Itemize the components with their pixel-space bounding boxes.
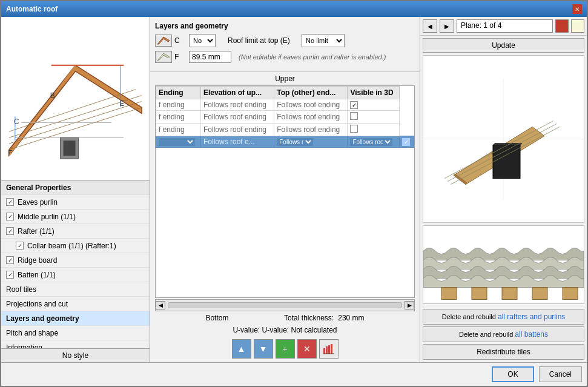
cell-ending: f ending bbox=[156, 111, 201, 124]
ridge-board-checkbox[interactable] bbox=[6, 256, 14, 264]
tree-item-middle-purlin[interactable]: Middle purlin (1/1) bbox=[1, 210, 150, 224]
prev-plane-button[interactable]: ◀ bbox=[423, 19, 437, 33]
f-value-input[interactable] bbox=[189, 51, 231, 63]
svg-rect-36 bbox=[441, 288, 457, 300]
cell-ending: f ending bbox=[156, 99, 201, 111]
table-row[interactable]: f ending Follows roof ending Follows roo… bbox=[156, 99, 414, 111]
color-swatch[interactable] bbox=[555, 19, 569, 33]
tree-item-eaves-purlin[interactable]: Eaves purlin bbox=[1, 195, 150, 210]
f-layer-icon bbox=[155, 51, 172, 63]
collar-beam-checkbox[interactable] bbox=[16, 242, 24, 250]
roof-diagram: B E C F bbox=[1, 17, 150, 180]
scroll-left-btn[interactable]: ◀ bbox=[156, 301, 165, 309]
roof-limit-label: Roof limit at top (E) bbox=[228, 36, 290, 45]
cell-ending: f ending bbox=[156, 124, 201, 136]
move-down-button[interactable]: ▼ bbox=[254, 339, 273, 359]
right-action-buttons: Delete and rebuild all rafters and purli… bbox=[420, 306, 587, 362]
upper-label: Upper bbox=[155, 72, 415, 85]
preview-3d-svg bbox=[423, 56, 584, 222]
svg-rect-40 bbox=[563, 288, 578, 300]
chart-button[interactable] bbox=[319, 339, 339, 359]
move-up-button[interactable]: ▲ bbox=[232, 339, 251, 359]
delete-rebuild-rafters-button[interactable]: Delete and rebuild all rafters and purli… bbox=[423, 309, 584, 325]
cancel-button[interactable]: Cancel bbox=[539, 366, 582, 382]
tree-item-batten[interactable]: Batten (1/1) bbox=[1, 268, 150, 282]
cell-ending-dropdown[interactable] bbox=[156, 136, 201, 148]
col-top-end: Top (other) end... bbox=[274, 87, 348, 99]
layers-table: Ending Elevation of up... Top (other) en… bbox=[156, 86, 414, 148]
total-thickness-label: Total thickness: bbox=[284, 314, 334, 322]
layers-table-container[interactable]: Ending Elevation of up... Top (other) en… bbox=[155, 85, 415, 298]
bottom-label: Bottom bbox=[205, 314, 228, 322]
tree-item-rafter[interactable]: Rafter (1/1) bbox=[1, 224, 150, 239]
visible-checkbox[interactable] bbox=[350, 125, 358, 133]
cell-follows-r: Follows r... bbox=[274, 136, 348, 148]
col-visible: Visible in 3D bbox=[348, 87, 400, 99]
scroll-right-btn[interactable]: ▶ bbox=[405, 301, 414, 309]
visible-checkbox-selected[interactable] bbox=[402, 138, 410, 146]
tree-general-properties: General Properties bbox=[1, 180, 150, 195]
tree-item-ridge-board[interactable]: Ridge board bbox=[1, 253, 150, 268]
ok-button[interactable]: OK bbox=[492, 366, 533, 382]
all-battens-link: all battens bbox=[515, 330, 548, 339]
cell-top-other: Follows roof e... bbox=[348, 136, 400, 148]
preview-tiles bbox=[423, 225, 584, 304]
main-window: Automatic roof ✕ bbox=[0, 0, 588, 387]
f-row: F (Not editable if eaves purlin and raft… bbox=[155, 51, 415, 63]
ending-dropdown[interactable] bbox=[159, 138, 195, 146]
tree-item-roof-tiles[interactable]: Roof tiles bbox=[1, 282, 150, 297]
cell-visible bbox=[348, 111, 400, 124]
title-bar: Automatic roof ✕ bbox=[1, 1, 587, 17]
c-label: C bbox=[174, 36, 187, 45]
col-ending: Ending bbox=[156, 87, 201, 99]
svg-text:E: E bbox=[119, 99, 124, 108]
layer-swatch[interactable] bbox=[571, 19, 584, 33]
svg-text:B: B bbox=[50, 92, 55, 101]
toolbar-buttons: ▲ ▼ + ✕ bbox=[155, 336, 415, 362]
table-row[interactable]: f ending Follows roof ending Follows roo… bbox=[156, 111, 414, 124]
uvalue-line: U-value: U-value: Not calculated bbox=[155, 325, 415, 336]
tree-item-information[interactable]: Information bbox=[1, 340, 150, 348]
visible-checkbox[interactable] bbox=[350, 101, 358, 109]
table-row-selected[interactable]: Follows roof e... Follows r... Follows r… bbox=[156, 136, 414, 148]
cell-top-end: Follows roof ending bbox=[274, 111, 348, 124]
center-panel: Layers and geometry C No Yes Roof limit … bbox=[150, 17, 420, 362]
cell-elevation-selected: Follows roof e... bbox=[200, 136, 274, 148]
svg-rect-22 bbox=[328, 345, 330, 354]
svg-rect-20 bbox=[323, 348, 325, 354]
tree-item-pitch-shape[interactable]: Pitch and shape bbox=[1, 326, 150, 340]
visible-checkbox[interactable] bbox=[350, 112, 358, 120]
top-other-dropdown[interactable]: Follows roof e... bbox=[350, 138, 392, 146]
tree-item-layers-geometry[interactable]: Layers and geometry bbox=[1, 311, 150, 326]
follows-r-dropdown[interactable]: Follows r... bbox=[277, 138, 313, 146]
roof-limit-select[interactable]: No limit With limit bbox=[302, 34, 345, 47]
preview-3d bbox=[423, 55, 584, 223]
diagram-area: B E C F bbox=[1, 17, 150, 180]
c-select[interactable]: No Yes bbox=[189, 34, 216, 47]
batten-checkbox[interactable] bbox=[6, 271, 14, 279]
redistribute-tiles-button[interactable]: Redistribute tiles bbox=[423, 344, 584, 360]
preview-tiles-svg bbox=[423, 226, 584, 303]
add-button[interactable]: + bbox=[276, 339, 295, 359]
layers-section: Layers and geometry C No Yes Roof limit … bbox=[150, 17, 420, 72]
f-note: (Not editable if eaves purlin and rafter… bbox=[239, 53, 386, 61]
nav-tree: General Properties Eaves purlin Middle p… bbox=[1, 180, 150, 348]
table-row[interactable]: f ending Follows roof ending Follows roo… bbox=[156, 124, 414, 136]
cell-top-end: Follows roof ending bbox=[274, 99, 348, 111]
horizontal-scrollbar[interactable] bbox=[168, 302, 402, 308]
middle-purlin-checkbox[interactable] bbox=[6, 213, 14, 220]
c-row: C No Yes Roof limit at top (E) No limit … bbox=[155, 34, 415, 47]
no-style-bar: No style bbox=[1, 348, 150, 362]
section-title: Layers and geometry bbox=[155, 22, 415, 30]
next-plane-button[interactable]: ▶ bbox=[440, 19, 454, 33]
delete-button[interactable]: ✕ bbox=[297, 339, 317, 359]
tree-item-collar-beam[interactable]: Collar beam (1/1) (Rafter:1) bbox=[1, 239, 150, 253]
delete-rebuild-battens-button[interactable]: Delete and rebuild all battens bbox=[423, 326, 584, 342]
cell-visible bbox=[348, 124, 400, 136]
rafter-checkbox[interactable] bbox=[6, 227, 14, 235]
close-button[interactable]: ✕ bbox=[572, 4, 582, 14]
eaves-purlin-checkbox[interactable] bbox=[6, 198, 14, 206]
cell-visible-selected bbox=[400, 136, 414, 148]
update-button[interactable]: Update bbox=[423, 38, 584, 53]
tree-item-projections-cut[interactable]: Projections and cut bbox=[1, 297, 150, 311]
